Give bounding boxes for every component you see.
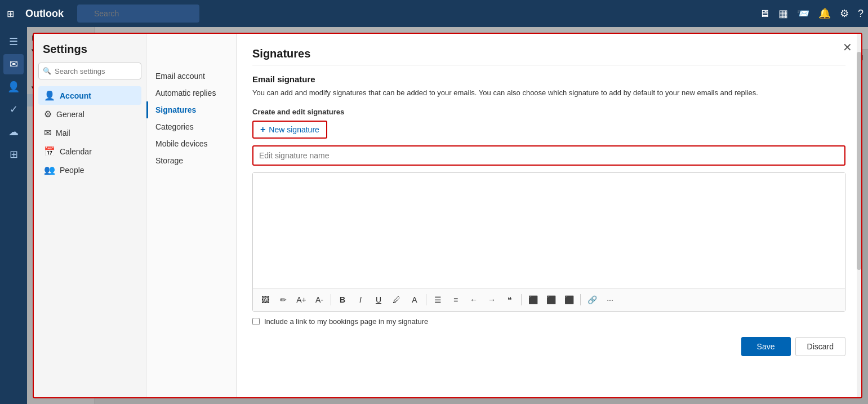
sidebar-cloud-icon[interactable]: ☁ [3,122,24,142]
signatures-panel-title: Signatures [252,47,845,60]
numbering-btn[interactable]: ≡ [448,292,464,308]
send-icon[interactable]: 📨 [797,7,809,20]
icon-sidebar: ☰ ✉ 👤 ✓ ☁ ⊞ [0,27,27,404]
email-sig-desc: You can add and modify signatures that c… [252,87,845,99]
bullets-btn[interactable]: ☰ [430,292,446,308]
highlight-btn[interactable]: 🖊 [389,292,404,308]
screen-icon[interactable]: 🖥 [759,8,769,20]
account-label: Account [60,91,91,100]
divider [252,65,845,65]
settings-search-input[interactable] [38,63,141,79]
bookings-label: Include a link to my bookings page in my… [264,317,428,326]
mail-label: Mail [56,128,70,137]
calendar-label: Calendar [60,147,92,156]
grid-icon[interactable]: ⊞ [5,6,16,21]
new-signature-button[interactable]: + New signature [252,121,327,139]
insert-image-btn[interactable]: 🖼 [257,292,273,308]
search-wrap: 🔍 [77,5,199,23]
sig-editor: 🖼 ✏ A+ A- B I U 🖊 A ☰ ≡ [252,172,845,312]
settings-search-wrap: 🔍 [38,63,141,79]
align-left-btn[interactable]: ⬛ [525,292,541,308]
settings-categories: Email account Automatic replies Signatur… [146,34,237,397]
people-label: People [60,166,84,175]
quote-btn[interactable]: ❝ [502,292,518,308]
app-logo: Outlook [25,8,64,20]
calendar-icon: 📅 [44,146,55,157]
sidebar-grid-icon[interactable]: ⊞ [3,144,24,165]
bookings-checkbox[interactable] [252,318,260,325]
new-sig-label: New signature [269,125,319,134]
search-input[interactable] [77,5,199,23]
settings-nav: Settings 🔍 👤 Account ⚙ General ✉ [34,34,146,397]
cat-mobile-devices[interactable]: Mobile devices [146,135,236,152]
layout-icon[interactable]: ▦ [778,7,788,20]
scrollbar-track[interactable] [857,34,861,397]
topbar-actions: 🖥 ▦ 📨 🔔 ⚙ ? [759,7,863,20]
settings-nav-people[interactable]: 👥 People [38,161,141,179]
sep-1 [331,294,331,305]
settings-icon[interactable]: ⚙ [840,7,849,20]
settings-title: Settings [38,43,141,56]
general-icon: ⚙ [44,109,52,119]
settings-nav-general[interactable]: ⚙ General [38,105,141,123]
bold-btn[interactable]: B [335,292,350,308]
people-icon: 👥 [44,165,55,175]
cat-categories[interactable]: Categories [146,118,236,135]
help-icon[interactable]: ? [858,8,863,20]
sep-3 [521,294,522,305]
main-area: Home ▾ Favorites 📥 Inbox 📤 Sent Ite ▾ Fo… [27,27,868,404]
sidebar-check-icon[interactable]: ✓ [3,99,24,119]
bell-icon[interactable]: 🔔 [818,7,831,20]
sep-2 [426,294,426,305]
font-color-btn[interactable]: A [407,292,422,308]
sidebar-menu-icon[interactable]: ☰ [3,32,24,52]
bookings-check-row: Include a link to my bookings page in my… [252,317,845,326]
plus-icon: + [260,125,265,135]
sidebar-mail-icon[interactable]: ✉ [3,54,24,74]
settings-dialog: Settings 🔍 👤 Account ⚙ General ✉ [33,33,862,398]
align-center-btn[interactable]: ⬛ [543,292,559,308]
more-btn[interactable]: ··· [602,292,618,308]
settings-nav-calendar[interactable]: 📅 Calendar [38,142,141,161]
email-sig-header: Email signature [252,74,845,84]
sidebar-people-icon[interactable]: 👤 [3,77,24,97]
create-edit-label: Create and edit signatures [252,108,845,116]
sig-bottom-bar: Save Discard [252,337,845,358]
signatures-panel: ✕ Signatures Email signature You can add… [237,34,861,397]
account-icon: 👤 [44,90,55,101]
sig-editor-toolbar: 🖼 ✏ A+ A- B I U 🖊 A ☰ ≡ [253,288,845,311]
cat-email-account[interactable]: Email account [146,68,236,85]
cat-storage[interactable]: Storage [146,152,236,169]
decrease-indent-btn[interactable]: ← [466,292,482,308]
settings-nav-account[interactable]: 👤 Account [38,86,141,105]
font-size-up-btn[interactable]: A+ [293,292,309,308]
sig-editor-textarea[interactable] [253,173,845,286]
save-button[interactable]: Save [741,337,791,356]
settings-search-icon: 🔍 [43,67,51,75]
italic-btn[interactable]: I [353,292,368,308]
format-clear-btn[interactable]: ✏ [275,292,291,308]
discard-button[interactable]: Discard [795,337,845,356]
topbar: ⊞ Outlook 🔍 🖥 ▦ 📨 🔔 ⚙ ? [0,0,868,27]
insert-link-btn[interactable]: 🔗 [584,292,600,308]
settings-overlay: Settings 🔍 👤 Account ⚙ General ✉ [27,27,868,404]
sep-4 [580,294,581,305]
cat-signatures[interactable]: Signatures [146,101,236,118]
underline-btn[interactable]: U [371,292,386,308]
sig-name-input[interactable] [252,145,845,166]
increase-indent-btn[interactable]: → [484,292,500,308]
general-label: General [56,110,84,119]
font-size-down-btn[interactable]: A- [311,292,327,308]
settings-nav-mail[interactable]: ✉ Mail [38,123,141,142]
scrollbar-thumb [857,52,861,270]
mail-icon: ✉ [44,127,51,138]
cat-automatic-replies[interactable]: Automatic replies [146,85,236,101]
app-layout: ☰ ✉ 👤 ✓ ☁ ⊞ Home ▾ Favorites 📥 Inbox 📤 [0,27,868,404]
align-right-btn[interactable]: ⬛ [561,292,577,308]
close-button[interactable]: ✕ [843,41,852,54]
